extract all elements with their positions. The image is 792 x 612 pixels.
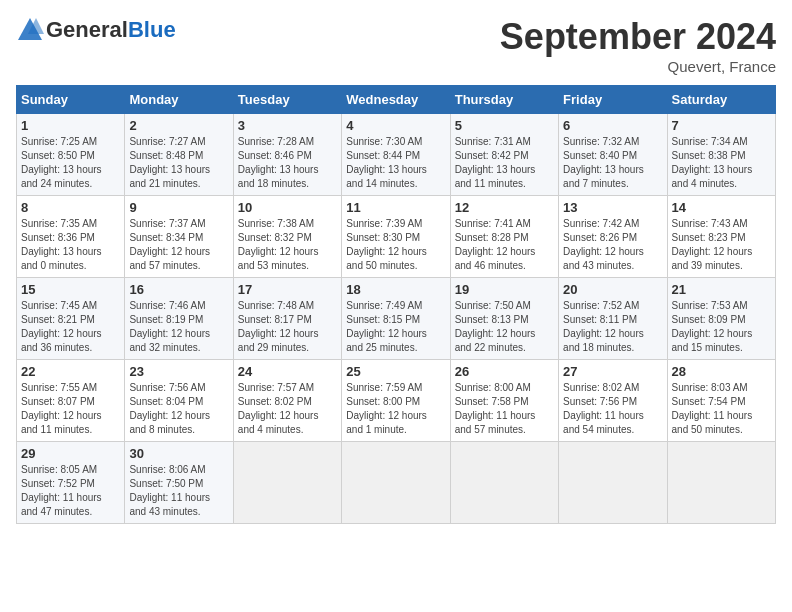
day-content: Sunrise: 7:39 AM Sunset: 8:30 PM Dayligh… xyxy=(346,217,445,273)
table-row: 9Sunrise: 7:37 AM Sunset: 8:34 PM Daylig… xyxy=(125,196,233,278)
table-row xyxy=(342,442,450,524)
day-content: Sunrise: 7:43 AM Sunset: 8:23 PM Dayligh… xyxy=(672,217,771,273)
day-number: 28 xyxy=(672,364,771,379)
day-content: Sunrise: 7:49 AM Sunset: 8:15 PM Dayligh… xyxy=(346,299,445,355)
day-content: Sunrise: 7:27 AM Sunset: 8:48 PM Dayligh… xyxy=(129,135,228,191)
day-content: Sunrise: 8:05 AM Sunset: 7:52 PM Dayligh… xyxy=(21,463,120,519)
col-monday: Monday xyxy=(125,86,233,114)
day-content: Sunrise: 7:52 AM Sunset: 8:11 PM Dayligh… xyxy=(563,299,662,355)
table-row: 22Sunrise: 7:55 AM Sunset: 8:07 PM Dayli… xyxy=(17,360,125,442)
col-wednesday: Wednesday xyxy=(342,86,450,114)
table-row: 4Sunrise: 7:30 AM Sunset: 8:44 PM Daylig… xyxy=(342,114,450,196)
day-number: 26 xyxy=(455,364,554,379)
table-row: 1Sunrise: 7:25 AM Sunset: 8:50 PM Daylig… xyxy=(17,114,125,196)
table-row: 12Sunrise: 7:41 AM Sunset: 8:28 PM Dayli… xyxy=(450,196,558,278)
day-content: Sunrise: 7:57 AM Sunset: 8:02 PM Dayligh… xyxy=(238,381,337,437)
calendar-week-2: 8Sunrise: 7:35 AM Sunset: 8:36 PM Daylig… xyxy=(17,196,776,278)
table-row: 10Sunrise: 7:38 AM Sunset: 8:32 PM Dayli… xyxy=(233,196,341,278)
day-number: 9 xyxy=(129,200,228,215)
day-number: 12 xyxy=(455,200,554,215)
day-number: 11 xyxy=(346,200,445,215)
calendar-week-4: 22Sunrise: 7:55 AM Sunset: 8:07 PM Dayli… xyxy=(17,360,776,442)
day-number: 18 xyxy=(346,282,445,297)
table-row: 21Sunrise: 7:53 AM Sunset: 8:09 PM Dayli… xyxy=(667,278,775,360)
day-content: Sunrise: 7:45 AM Sunset: 8:21 PM Dayligh… xyxy=(21,299,120,355)
col-thursday: Thursday xyxy=(450,86,558,114)
day-number: 10 xyxy=(238,200,337,215)
table-row: 6Sunrise: 7:32 AM Sunset: 8:40 PM Daylig… xyxy=(559,114,667,196)
calendar-week-3: 15Sunrise: 7:45 AM Sunset: 8:21 PM Dayli… xyxy=(17,278,776,360)
day-number: 22 xyxy=(21,364,120,379)
day-number: 25 xyxy=(346,364,445,379)
table-row: 3Sunrise: 7:28 AM Sunset: 8:46 PM Daylig… xyxy=(233,114,341,196)
day-content: Sunrise: 7:30 AM Sunset: 8:44 PM Dayligh… xyxy=(346,135,445,191)
day-content: Sunrise: 8:03 AM Sunset: 7:54 PM Dayligh… xyxy=(672,381,771,437)
day-content: Sunrise: 7:35 AM Sunset: 8:36 PM Dayligh… xyxy=(21,217,120,273)
day-number: 27 xyxy=(563,364,662,379)
day-number: 6 xyxy=(563,118,662,133)
day-number: 14 xyxy=(672,200,771,215)
table-row: 13Sunrise: 7:42 AM Sunset: 8:26 PM Dayli… xyxy=(559,196,667,278)
day-content: Sunrise: 7:56 AM Sunset: 8:04 PM Dayligh… xyxy=(129,381,228,437)
month-title: September 2024 xyxy=(500,16,776,58)
calendar-table: Sunday Monday Tuesday Wednesday Thursday… xyxy=(16,85,776,524)
day-number: 21 xyxy=(672,282,771,297)
day-content: Sunrise: 7:55 AM Sunset: 8:07 PM Dayligh… xyxy=(21,381,120,437)
day-content: Sunrise: 7:48 AM Sunset: 8:17 PM Dayligh… xyxy=(238,299,337,355)
day-number: 30 xyxy=(129,446,228,461)
col-friday: Friday xyxy=(559,86,667,114)
table-row: 17Sunrise: 7:48 AM Sunset: 8:17 PM Dayli… xyxy=(233,278,341,360)
table-row: 26Sunrise: 8:00 AM Sunset: 7:58 PM Dayli… xyxy=(450,360,558,442)
day-content: Sunrise: 7:42 AM Sunset: 8:26 PM Dayligh… xyxy=(563,217,662,273)
day-number: 16 xyxy=(129,282,228,297)
location: Quevert, France xyxy=(500,58,776,75)
table-row: 11Sunrise: 7:39 AM Sunset: 8:30 PM Dayli… xyxy=(342,196,450,278)
day-number: 15 xyxy=(21,282,120,297)
day-number: 19 xyxy=(455,282,554,297)
day-content: Sunrise: 7:28 AM Sunset: 8:46 PM Dayligh… xyxy=(238,135,337,191)
day-number: 1 xyxy=(21,118,120,133)
table-row: 20Sunrise: 7:52 AM Sunset: 8:11 PM Dayli… xyxy=(559,278,667,360)
day-number: 20 xyxy=(563,282,662,297)
table-row: 7Sunrise: 7:34 AM Sunset: 8:38 PM Daylig… xyxy=(667,114,775,196)
table-row xyxy=(667,442,775,524)
col-tuesday: Tuesday xyxy=(233,86,341,114)
table-row xyxy=(559,442,667,524)
day-content: Sunrise: 7:37 AM Sunset: 8:34 PM Dayligh… xyxy=(129,217,228,273)
logo-text: GeneralBlue xyxy=(46,17,176,43)
calendar-week-1: 1Sunrise: 7:25 AM Sunset: 8:50 PM Daylig… xyxy=(17,114,776,196)
table-row: 16Sunrise: 7:46 AM Sunset: 8:19 PM Dayli… xyxy=(125,278,233,360)
day-content: Sunrise: 7:38 AM Sunset: 8:32 PM Dayligh… xyxy=(238,217,337,273)
day-content: Sunrise: 7:46 AM Sunset: 8:19 PM Dayligh… xyxy=(129,299,228,355)
table-row xyxy=(450,442,558,524)
table-row: 30Sunrise: 8:06 AM Sunset: 7:50 PM Dayli… xyxy=(125,442,233,524)
day-number: 2 xyxy=(129,118,228,133)
day-number: 8 xyxy=(21,200,120,215)
table-row: 2Sunrise: 7:27 AM Sunset: 8:48 PM Daylig… xyxy=(125,114,233,196)
day-number: 3 xyxy=(238,118,337,133)
day-content: Sunrise: 7:59 AM Sunset: 8:00 PM Dayligh… xyxy=(346,381,445,437)
calendar-week-5: 29Sunrise: 8:05 AM Sunset: 7:52 PM Dayli… xyxy=(17,442,776,524)
day-content: Sunrise: 8:06 AM Sunset: 7:50 PM Dayligh… xyxy=(129,463,228,519)
day-content: Sunrise: 7:25 AM Sunset: 8:50 PM Dayligh… xyxy=(21,135,120,191)
table-row: 25Sunrise: 7:59 AM Sunset: 8:00 PM Dayli… xyxy=(342,360,450,442)
day-content: Sunrise: 7:53 AM Sunset: 8:09 PM Dayligh… xyxy=(672,299,771,355)
day-content: Sunrise: 7:34 AM Sunset: 8:38 PM Dayligh… xyxy=(672,135,771,191)
table-row xyxy=(233,442,341,524)
day-content: Sunrise: 7:50 AM Sunset: 8:13 PM Dayligh… xyxy=(455,299,554,355)
title-block: September 2024 Quevert, France xyxy=(500,16,776,75)
table-row: 18Sunrise: 7:49 AM Sunset: 8:15 PM Dayli… xyxy=(342,278,450,360)
day-content: Sunrise: 8:00 AM Sunset: 7:58 PM Dayligh… xyxy=(455,381,554,437)
table-row: 23Sunrise: 7:56 AM Sunset: 8:04 PM Dayli… xyxy=(125,360,233,442)
day-number: 24 xyxy=(238,364,337,379)
day-number: 7 xyxy=(672,118,771,133)
day-number: 4 xyxy=(346,118,445,133)
col-saturday: Saturday xyxy=(667,86,775,114)
table-row: 29Sunrise: 8:05 AM Sunset: 7:52 PM Dayli… xyxy=(17,442,125,524)
logo: GeneralBlue xyxy=(16,16,176,44)
table-row: 28Sunrise: 8:03 AM Sunset: 7:54 PM Dayli… xyxy=(667,360,775,442)
table-row: 5Sunrise: 7:31 AM Sunset: 8:42 PM Daylig… xyxy=(450,114,558,196)
table-row: 14Sunrise: 7:43 AM Sunset: 8:23 PM Dayli… xyxy=(667,196,775,278)
calendar-header-row: Sunday Monday Tuesday Wednesday Thursday… xyxy=(17,86,776,114)
day-number: 5 xyxy=(455,118,554,133)
